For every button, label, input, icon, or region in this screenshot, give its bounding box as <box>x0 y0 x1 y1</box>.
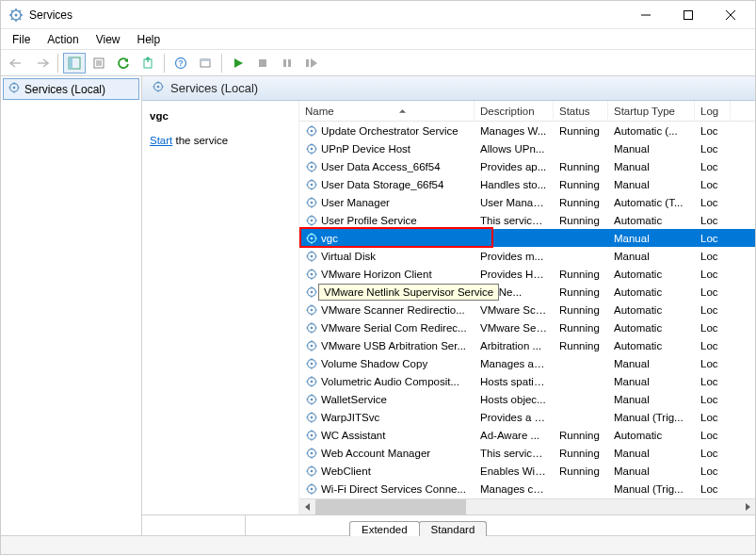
service-startup: Automatic <box>608 304 695 316</box>
service-name: UPnP Device Host <box>321 143 410 155</box>
service-status: Running <box>554 465 608 477</box>
service-startup: Automatic <box>608 269 695 280</box>
service-status: Running <box>554 179 608 190</box>
gear-icon <box>305 393 318 406</box>
table-row[interactable]: vgcManualLoc <box>299 229 755 247</box>
scroll-left-button[interactable] <box>299 499 315 515</box>
svg-point-36 <box>157 86 160 89</box>
table-row[interactable]: Volume Shadow CopyManages an...ManualLoc <box>299 354 755 372</box>
toolbar-separator <box>164 54 165 73</box>
column-status[interactable]: Status <box>554 101 608 121</box>
scroll-thumb[interactable] <box>315 499 466 515</box>
service-description: Hosts objec... <box>475 394 554 405</box>
table-row[interactable]: User ManagerUser Manag...RunningAutomati… <box>299 193 755 211</box>
svg-point-96 <box>311 290 314 293</box>
table-row[interactable]: User Data Storage_66f54Handles sto...Run… <box>299 175 755 193</box>
table-row[interactable]: WalletServiceHosts objec...ManualLoc <box>299 390 755 408</box>
table-row[interactable]: VMware Horizon ClientProvides Ho...Runni… <box>299 265 755 283</box>
service-name: User Data Access_66f54 <box>321 161 441 172</box>
tree-root-item[interactable]: Services (Local) <box>3 78 139 100</box>
horizontal-scrollbar[interactable] <box>299 498 755 514</box>
menu-view[interactable]: View <box>88 31 128 48</box>
minimize-button[interactable] <box>624 2 667 28</box>
menu-file[interactable]: File <box>5 31 38 48</box>
column-logon[interactable]: Log <box>695 101 731 121</box>
show-hide-tree-button[interactable] <box>63 53 86 73</box>
properties-button[interactable] <box>88 53 110 73</box>
service-status: Running <box>554 304 608 316</box>
service-description: Manages an... <box>475 358 554 369</box>
content-title: Services (Local) <box>170 81 258 95</box>
table-row[interactable]: User Profile ServiceThis service ...Runn… <box>299 211 755 229</box>
service-startup: Automatic <box>608 286 695 298</box>
column-name-label: Name <box>305 106 334 117</box>
service-startup: Manual <box>608 233 695 244</box>
forward-button[interactable] <box>30 53 53 73</box>
column-startup[interactable]: Startup Type <box>608 101 695 121</box>
service-logon: Loc <box>695 430 731 441</box>
titlebar: Services <box>1 1 755 29</box>
table-row[interactable]: WarpJITSvcProvides a JI...Manual (Trig..… <box>299 408 755 426</box>
table-row[interactable]: User Data Access_66f54Provides ap...Runn… <box>299 157 755 175</box>
gear-icon <box>305 465 318 478</box>
gear-icon <box>305 124 318 138</box>
toolbar-separator <box>57 54 58 73</box>
refresh-button[interactable] <box>112 53 135 73</box>
menu-action[interactable]: Action <box>40 31 86 48</box>
service-status: Running <box>554 286 608 298</box>
selected-service-name: vgc <box>150 110 291 122</box>
column-description[interactable]: Description <box>475 101 554 121</box>
table-row[interactable]: VMware USB Arbitration Ser...Arbitration… <box>299 336 755 354</box>
export-button[interactable] <box>137 53 159 73</box>
service-name: Wi-Fi Direct Services Conne... <box>321 483 466 495</box>
table-row[interactable]: Web Account ManagerThis service ...Runni… <box>299 444 755 462</box>
svg-point-150 <box>311 451 314 454</box>
close-button[interactable] <box>709 2 751 28</box>
gear-icon <box>305 232 318 245</box>
toolbar-icon[interactable] <box>194 53 217 73</box>
svg-point-114 <box>311 344 314 347</box>
maximize-button[interactable] <box>667 2 709 28</box>
column-name[interactable]: Name <box>299 101 475 121</box>
table-row[interactable]: VMware Scanner Redirectio...VMware Sca..… <box>299 301 755 318</box>
tab-standard[interactable]: Standard <box>419 521 488 536</box>
table-row[interactable]: Wi-Fi Direct Services Conne...Manages co… <box>299 480 755 498</box>
service-logon: Loc <box>695 125 731 137</box>
app-icon <box>8 8 24 23</box>
service-name: vgc <box>321 233 338 244</box>
start-link[interactable]: Start <box>150 135 172 146</box>
svg-point-72 <box>311 219 314 221</box>
service-name: Web Account Manager <box>321 448 430 459</box>
svg-point-120 <box>311 362 314 365</box>
table-row[interactable]: Volumetric Audio Composit...Hosts spatia… <box>299 372 755 390</box>
service-startup: Manual (Trig... <box>608 412 695 423</box>
table-row[interactable]: UPnP Device HostAllows UPn...ManualLoc <box>299 139 755 157</box>
restart-service-button[interactable] <box>300 53 323 73</box>
table-row[interactable]: WC AssistantAd-Aware ...RunningAutomatic… <box>299 426 755 444</box>
service-logon: Loc <box>695 340 731 351</box>
help-button[interactable]: ? <box>169 53 192 73</box>
stop-service-button[interactable] <box>251 53 274 73</box>
table-row[interactable]: VMware Serial Com Redirec...VMware Ser..… <box>299 318 755 336</box>
service-startup: Automatic (... <box>608 125 695 137</box>
table-row[interactable]: Update Orchestrator ServiceManages W...R… <box>299 122 755 139</box>
svg-line-8 <box>11 18 13 20</box>
pause-service-button[interactable] <box>276 53 298 73</box>
back-button[interactable] <box>6 53 28 73</box>
start-service-button[interactable] <box>227 53 249 73</box>
scroll-right-button[interactable] <box>739 499 755 515</box>
sort-asc-icon <box>399 109 406 113</box>
service-startup: Automatic (T... <box>608 197 695 208</box>
tab-extended[interactable]: Extended <box>349 521 420 536</box>
service-startup: Manual <box>608 376 695 387</box>
service-startup: Manual <box>608 179 695 190</box>
service-logon: Loc <box>695 197 731 208</box>
service-description: Allows UPn... <box>475 143 554 155</box>
list-pane: Name Description Status Startup Type Log… <box>298 101 755 514</box>
table-row[interactable]: Virtual DiskProvides m...ManualLoc <box>299 247 755 265</box>
table-row[interactable]: WebClientEnables Win...RunningManualLoc <box>299 462 755 480</box>
gear-icon <box>305 178 318 191</box>
service-description: Handles sto... <box>475 179 554 190</box>
action-suffix: the service <box>172 135 228 146</box>
menu-help[interactable]: Help <box>130 31 169 48</box>
